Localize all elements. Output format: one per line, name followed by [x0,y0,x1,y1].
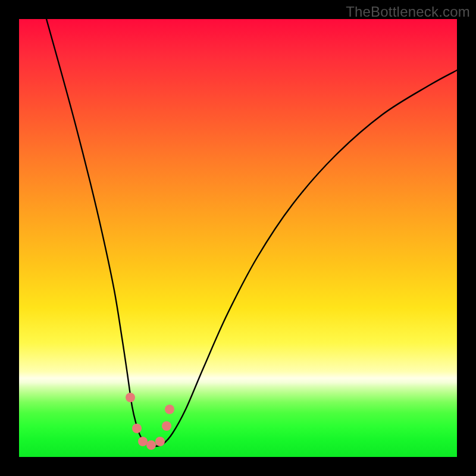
trough-marker [126,393,135,402]
bottleneck-curve [46,19,457,446]
chart-plot-area [19,19,457,457]
chart-svg [19,19,457,457]
trough-marker [155,437,165,446]
trough-marker [162,421,171,431]
watermark-text: TheBottleneck.com [346,4,470,20]
trough-marker [138,437,148,446]
trough-marker [132,424,142,433]
trough-marker [146,440,156,450]
chart-frame: TheBottleneck.com [0,0,476,476]
trough-marker [165,405,174,414]
